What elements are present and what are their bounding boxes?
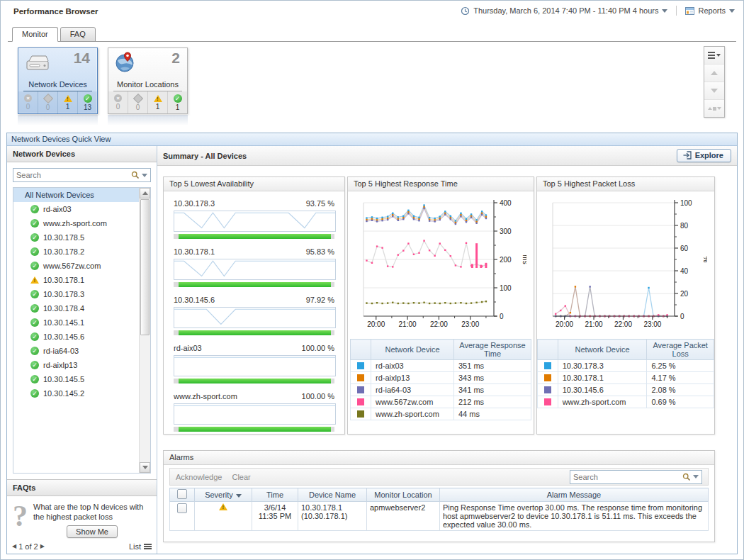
sort-caret-icon[interactable] <box>236 494 242 498</box>
search-options-caret-icon <box>142 174 147 177</box>
explore-button[interactable]: Explore <box>677 149 731 162</box>
packet-loss-chart: 02040608010020:0021:0022:0023:00% <box>537 191 714 337</box>
availability-bar-fill <box>179 234 332 239</box>
scrollbar-thumb[interactable] <box>140 199 150 335</box>
status-cell-fatal: ×0 <box>108 91 128 113</box>
device-search-button[interactable] <box>128 169 150 181</box>
table-row[interactable]: rd-aix03351 ms <box>351 360 531 372</box>
list-icon <box>144 544 152 545</box>
tiles-reflection <box>18 115 188 125</box>
show-me-button[interactable]: Show Me <box>67 525 118 538</box>
svg-text:400: 400 <box>500 199 512 207</box>
table-row[interactable]: 10.30.178.36.25 % <box>538 360 714 372</box>
svg-text:%: % <box>702 257 707 263</box>
sidebar-item-rd-ia64-03[interactable]: ✓rd-ia64-03 <box>13 344 140 358</box>
sidebar-item-10-30-178-5[interactable]: ✓10.30.178.5 <box>13 230 140 245</box>
sidebar-item-10-30-145-2[interactable]: ✓10.30.145.2 <box>13 386 140 401</box>
tile-status-summary: ×001✓13 <box>18 91 97 113</box>
svg-text:20:00: 20:00 <box>367 320 385 328</box>
time-range-selector[interactable]: Thursday, March 6, 2014 7:40 PM - 11:40 … <box>461 6 667 16</box>
sidebar-item-www-567zw-com[interactable]: ✓www.567zw.com <box>13 259 140 273</box>
quick-view-title: Network Devices Quick View <box>7 133 737 146</box>
legend-cell <box>351 396 371 408</box>
response-time-chart: 010020030040020:0021:0022:0023:00ms <box>348 191 534 337</box>
faqts-question: What are the top N devices with the high… <box>33 500 151 522</box>
table-row[interactable]: www.zh-sport.com0.69 % <box>538 396 714 408</box>
sidebar-item-www-zh-sport-com[interactable]: ✓www.zh-sport.com <box>13 216 140 230</box>
device-cell: www.zh-sport.com <box>371 408 454 420</box>
availability-bar-fill <box>179 330 332 335</box>
availability-device: rd-aix03 <box>174 344 202 355</box>
tab-monitor[interactable]: Monitor <box>12 27 58 42</box>
svg-text:22:00: 22:00 <box>614 320 632 328</box>
faqts-list-button[interactable]: List <box>129 542 152 551</box>
scroll-down-button[interactable] <box>140 462 150 473</box>
sidebar-item-10-30-178-3[interactable]: ✓10.30.178.3 <box>13 287 140 301</box>
scroll-up-button[interactable] <box>140 188 150 198</box>
availability-value: 100.00 % <box>302 344 334 355</box>
status-warning-icon <box>30 276 39 284</box>
value-cell: 343 ms <box>454 372 531 384</box>
column-header-label: Alarm Message <box>547 491 601 499</box>
sidebar-item-10-30-145-6[interactable]: ✓10.30.145.6 <box>13 330 140 344</box>
sidebar-item-label: rd-ia64-03 <box>43 347 79 355</box>
tab-faq[interactable]: FAQ <box>60 27 96 42</box>
availability-item: 10.30.178.393.75 % <box>174 199 334 239</box>
status-normal-icon: ✓ <box>30 375 39 383</box>
table-row[interactable]: www.567zw.com212 ms <box>351 396 531 408</box>
sort-order-button[interactable] <box>704 99 724 117</box>
availability-item: rd-aix03100.00 % <box>174 344 334 383</box>
availability-value: 100.00 % <box>302 392 334 403</box>
tile-network-devices[interactable]: 14 Network Devices ×001✓13 <box>18 47 98 114</box>
status-warning-icon <box>154 95 162 102</box>
tile-count: 14 <box>74 50 90 67</box>
acknowledge-button[interactable]: Acknowledge <box>176 473 222 481</box>
clear-button[interactable]: Clear <box>232 473 250 481</box>
device-search-input[interactable] <box>13 171 128 179</box>
time-range-label: Thursday, March 6, 2014 7:40 PM - 11:40 … <box>473 6 658 15</box>
sidebar-item-10-30-145-5[interactable]: ✓10.30.145.5 <box>13 372 140 386</box>
device-list-scrollbar[interactable] <box>139 188 150 473</box>
column-header-label: Device Name <box>309 491 356 499</box>
availability-bar <box>174 427 334 432</box>
alarms-search-button[interactable] <box>679 471 701 483</box>
move-down-button[interactable] <box>704 82 724 99</box>
sidebar-item-label: rd-aix03 <box>43 205 72 213</box>
alarm-row[interactable]: 3/6/14 11:35 PM10.30.178.1 (10.30.178.1)… <box>170 502 709 531</box>
reports-caret-icon <box>729 9 735 13</box>
table-row[interactable]: 10.30.178.14.17 % <box>538 372 714 384</box>
highest-packet-loss-panel: Top 5 Highest Packet Loss 02040608010020… <box>536 177 715 435</box>
select-all-checkbox[interactable] <box>177 489 187 499</box>
table-row[interactable]: rd-ia64-03341 ms <box>351 384 531 396</box>
tile-row: 14 Network Devices ×001✓13 2 Monitor Loc… <box>18 47 188 114</box>
status-normal-icon: ✓ <box>30 389 39 398</box>
svg-text:23:00: 23:00 <box>461 320 479 328</box>
tile-monitor-locations[interactable]: 2 Monitor Locations ×001✓1 <box>108 47 188 114</box>
value-cell: 44 ms <box>454 408 531 420</box>
sidebar-item-rd-aix03[interactable]: ✓rd-aix03 <box>13 202 140 216</box>
move-up-button[interactable] <box>704 64 724 82</box>
sidebar-item-rd-aixlp13[interactable]: ✓rd-aixlp13 <box>13 358 140 372</box>
alarm-checkbox[interactable] <box>177 503 187 513</box>
reports-menu[interactable]: Reports <box>685 6 735 15</box>
sidebar-item-all-network-devices[interactable]: All Network Devices <box>13 188 140 202</box>
column-header-label: Monitor Location <box>374 491 432 499</box>
sidebar-item-10-30-178-4[interactable]: ✓10.30.178.4 <box>13 301 140 315</box>
sidebar-item-10-30-178-1[interactable]: 10.30.178.1 <box>13 273 140 287</box>
legend-cell <box>351 372 371 384</box>
legend-cell <box>351 408 371 420</box>
table-row[interactable]: 10.30.145.62.08 % <box>538 384 714 396</box>
device-searchbox <box>13 168 151 182</box>
sort-menu-button[interactable] <box>704 47 724 64</box>
sidebar-item-10-30-178-2[interactable]: ✓10.30.178.2 <box>13 245 140 259</box>
table-row[interactable]: www.zh-sport.com44 ms <box>351 408 531 420</box>
alarms-search-input[interactable] <box>570 473 679 481</box>
faqts-pager: ◀ 1 of 2 ▶ <box>12 542 45 551</box>
arrow-down-icon <box>711 89 718 93</box>
panel-title: Alarms <box>164 451 714 465</box>
sidebar-item-10-30-145-1[interactable]: ✓10.30.145.1 <box>13 315 140 330</box>
availability-item: www.zh-sport.com100.00 % <box>174 392 334 432</box>
pager-next-icon[interactable]: ▶ <box>40 543 45 550</box>
pager-prev-icon[interactable]: ◀ <box>12 543 16 550</box>
table-row[interactable]: rd-aixlp13343 ms <box>351 372 531 384</box>
